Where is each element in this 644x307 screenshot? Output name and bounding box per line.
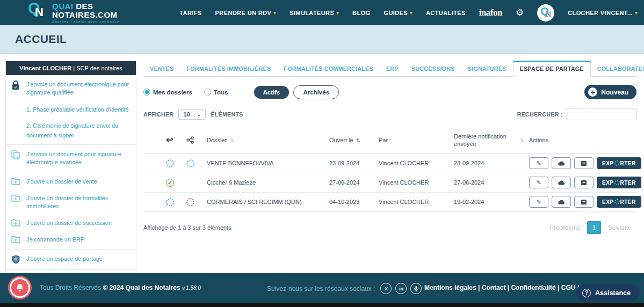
archive-button[interactable] <box>574 177 594 188</box>
nav-prendre-un-rdv[interactable]: PRENDRE UN RDV▾ <box>215 10 277 16</box>
rechercher-label: RECHERCHER : <box>517 111 563 118</box>
tab-espace-de-partage[interactable]: ESPACE DE PARTAGE <box>513 61 591 77</box>
col-ouvert-le[interactable]: Ouvert le⇅ <box>329 136 379 144</box>
archive-button[interactable] <box>574 157 594 169</box>
pagination-page-1[interactable]: 1 <box>587 221 601 234</box>
tab-erp[interactable]: ERP <box>380 61 405 76</box>
version-label: v.1.58.0 <box>182 285 201 291</box>
afficher-label: AFFICHER <box>143 111 173 118</box>
user-menu[interactable]: CLOCHER VINCENT...▾ <box>568 10 638 16</box>
nav-actualites[interactable]: ACTUALITÉS <box>426 10 466 16</box>
sidebar-subitem-ceremonie-signature[interactable]: 2. Cérémonie de signature envoi du docum… <box>6 117 136 143</box>
sidebar-subitem-phase-prealable[interactable]: 1. Phase préalable vérification d'identi… <box>6 101 136 117</box>
chevron-down-icon: ▾ <box>410 10 413 16</box>
linkedin-icon[interactable]: in <box>395 283 407 294</box>
comment-button[interactable] <box>552 196 571 208</box>
footer-social: Suivez-nous sur les réseaux sociaux : X … <box>267 283 422 294</box>
pagination-prev[interactable]: Précédente <box>545 222 585 233</box>
brand-logo[interactable]: Q N QUAI DES NOTAIRES.COM Abordez l'aven… <box>28 1 120 24</box>
nav-simulateurs[interactable]: SIMULATEURS▾ <box>290 10 339 16</box>
archives-button[interactable]: Archivés <box>293 85 339 99</box>
question-circle-icon: ? <box>582 289 591 297</box>
podcast-icon[interactable] <box>410 283 422 294</box>
divider <box>6 269 136 270</box>
page-title: ACCUEIL <box>15 33 67 46</box>
elements-label: ÉLÉMENTS <box>211 111 243 118</box>
col-par[interactable]: Par <box>379 136 454 144</box>
exporter-button[interactable]: EXP RTER <box>597 177 641 188</box>
sidebar: Vincent CLOCHER | SCP des notaires J'env… <box>5 61 136 307</box>
sort-icon: ⇅ <box>520 137 524 144</box>
dossier-name[interactable]: Clocher § Mazieze <box>207 179 329 186</box>
footer-legal-links[interactable]: Mentions légales | Contact | Confidentia… <box>424 284 595 291</box>
sidebar-item-dossier-vente[interactable]: J'ouvre un dossier de vente <box>6 173 136 190</box>
display-row: AFFICHER 10 ⌄ ÉLÉMENTS RECHERCHER : <box>143 108 636 120</box>
sidebar-item-commande-erp[interactable]: Je commande un ERP <box>6 231 136 248</box>
tab-signatures[interactable]: SIGNATURES <box>461 61 513 76</box>
edit-button[interactable]: ✎ <box>529 157 548 169</box>
ouvert-le: 27-06-2024 <box>329 179 379 186</box>
tab-collaborateurs[interactable]: COLLABORATEURS <box>591 61 644 76</box>
radio-tous[interactable]: Tous <box>204 89 228 96</box>
sidebar-item-signature-avancee[interactable]: J'envoie un document pour signature élec… <box>6 146 136 171</box>
page-size-select[interactable]: 10 ⌄ <box>178 109 206 120</box>
sort-icon: ⇅ <box>356 137 360 144</box>
ouvert-le: 23-09-2024 <box>329 160 379 166</box>
table-row: VENTE BONNEFOI/VIVA 23-09-2024 Vincent C… <box>143 154 636 173</box>
export-spinner-icon <box>614 199 620 204</box>
tab-formalites-immobilieres[interactable]: FORMALITÉS IMMOBILIÈRES <box>180 61 277 76</box>
chevron-down-icon: ▾ <box>336 10 339 16</box>
col-derniere-notification[interactable]: Dernière notification envoyée⇅ <box>454 133 529 148</box>
exporter-button[interactable]: EXP RTER <box>597 157 641 169</box>
radio-mes-dossiers[interactable]: Mes dossiers <box>143 89 192 96</box>
tab-ventes[interactable]: VENTES <box>143 61 180 76</box>
reply-icon[interactable]: ↩ <box>166 135 186 146</box>
table-summary: Affichage de 1 à 3 sur 3 éléments <box>143 224 231 231</box>
sidebar-item-dossier-succession[interactable]: J'ouvre un dossier de succession <box>6 215 136 231</box>
filter-row: Mes dossiers Tous Actifs Archivés + Nouv… <box>143 85 636 99</box>
tab-formalites-commerciales[interactable]: FORMALITÉS COMMERCIALES <box>277 61 380 76</box>
divider <box>6 144 136 145</box>
share-nodes-icon[interactable] <box>186 136 207 144</box>
divider <box>6 249 136 250</box>
pagination-next[interactable]: Suivante <box>603 222 636 233</box>
radio-unchecked-icon <box>204 89 211 96</box>
nav-tarifs[interactable]: TARIFS <box>179 10 201 16</box>
actifs-button[interactable]: Actifs <box>254 86 290 99</box>
nav-guides[interactable]: GUIDES▾ <box>383 10 413 16</box>
comment-button[interactable] <box>552 177 571 188</box>
search-input[interactable] <box>567 108 636 120</box>
sidebar-item-espace-partage[interactable]: J'ouvre un espace de partage <box>6 251 136 268</box>
sidebar-item-formalites-immobilieres[interactable]: J'ouvre un dossier de formalités immobil… <box>6 190 136 215</box>
notification-bell-icon[interactable] <box>10 277 30 298</box>
spinner-blue-icon <box>186 159 194 167</box>
inafon-partner-logo[interactable]: inafon <box>479 8 502 18</box>
edit-button[interactable]: ✎ <box>529 177 548 188</box>
document-copy-icon <box>10 150 21 159</box>
derniere-notification: 19-02-2024 <box>454 199 529 205</box>
assistance-button[interactable]: ? Assistance <box>576 284 639 301</box>
sidebar-item-signature-qualifiee[interactable]: J'envoie un document électronique pour s… <box>6 76 136 101</box>
archive-button[interactable] <box>574 196 594 208</box>
nouveau-button[interactable]: + Nouveau <box>584 85 636 99</box>
edit-button[interactable]: ✎ <box>529 196 548 208</box>
nav-blog[interactable]: BLOG <box>352 10 370 16</box>
tab-successions[interactable]: SUCCESSIONS <box>405 61 461 76</box>
chevron-down-icon: ▾ <box>273 10 276 16</box>
dossier-name[interactable]: CORMERAIS / SCI RECIMM (QDN) <box>207 199 329 205</box>
shield-icon <box>10 255 21 264</box>
exporter-button[interactable]: EXP RTER <box>597 196 641 208</box>
main-panel: VENTES FORMALITÉS IMMOBILIÈRES FORMALITÉ… <box>143 61 636 234</box>
pencil-icon: ✎ <box>536 179 541 186</box>
comment-button[interactable] <box>552 157 571 169</box>
derniere-notification: 23-09-2024 <box>454 160 529 166</box>
gear-icon[interactable]: ⚙ <box>516 7 524 18</box>
x-twitter-icon[interactable]: X <box>380 283 392 294</box>
divider <box>6 172 136 172</box>
par: Vincent CLOCHER <box>379 179 454 186</box>
col-dossier[interactable]: Dossier⇅ <box>207 136 329 144</box>
user-avatar[interactable]: QN <box>537 4 554 21</box>
folder-plus-icon <box>10 194 21 202</box>
dossier-name[interactable]: VENTE BONNEFOI/VIVA <box>207 160 329 166</box>
table-header: ↩ Dossier⇅ Ouvert le⇅ Par Dernière notif… <box>143 128 636 154</box>
